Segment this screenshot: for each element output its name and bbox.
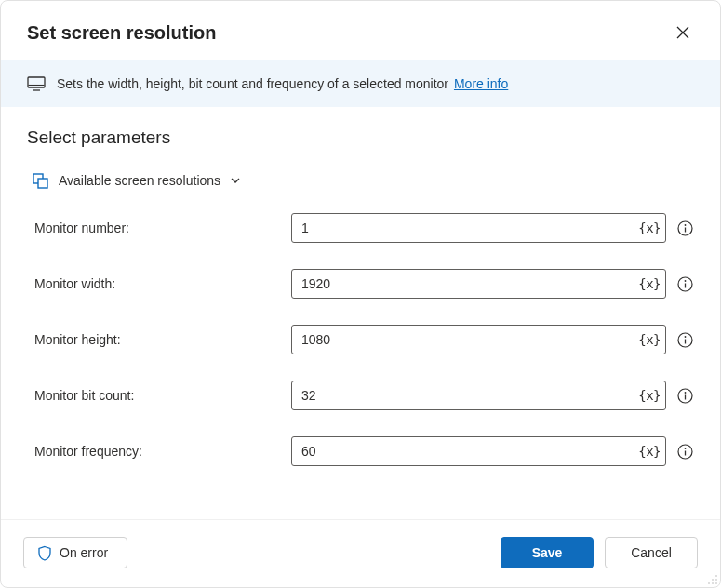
svg-point-21: [712, 579, 714, 581]
dialog-footer: On error Save Cancel: [1, 519, 720, 587]
param-label: Monitor number:: [34, 220, 282, 235]
fx-button[interactable]: {x}: [638, 444, 661, 459]
svg-point-9: [684, 280, 686, 282]
close-button[interactable]: [668, 18, 698, 47]
svg-point-18: [684, 448, 686, 449]
input-wrap: {x}: [291, 269, 666, 299]
svg-point-6: [684, 224, 686, 226]
available-resolutions-dropdown[interactable]: Available screen resolutions: [27, 168, 245, 200]
svg-point-24: [712, 582, 714, 584]
footer-actions: Save Cancel: [501, 537, 698, 568]
monitor-width-input[interactable]: [291, 269, 666, 299]
info-icon[interactable]: [675, 330, 694, 349]
fx-button[interactable]: {x}: [638, 220, 661, 235]
dialog-title: Set screen resolution: [27, 22, 216, 44]
input-wrap: {x}: [291, 381, 666, 410]
section-title: Select parameters: [27, 127, 694, 148]
fx-button[interactable]: {x}: [638, 332, 661, 347]
input-wrap: {x}: [291, 436, 666, 466]
info-icon[interactable]: [675, 386, 694, 405]
input-wrap: {x}: [291, 325, 666, 354]
chevron-down-icon: [230, 175, 241, 186]
on-error-button[interactable]: On error: [23, 537, 127, 568]
dialog-header: Set screen resolution: [1, 1, 720, 60]
svg-point-22: [715, 579, 717, 581]
svg-rect-4: [38, 179, 47, 188]
fx-button[interactable]: {x}: [638, 276, 661, 291]
save-button[interactable]: Save: [501, 537, 594, 568]
input-wrap: {x}: [291, 213, 666, 243]
dialog-content: Select parameters Available screen resol…: [1, 107, 720, 519]
monitor-number-input[interactable]: [291, 213, 666, 243]
svg-rect-0: [28, 77, 45, 87]
svg-point-12: [684, 336, 686, 338]
shield-icon: [37, 545, 52, 561]
param-row-monitor-height: Monitor height: {x}: [27, 312, 694, 368]
param-row-monitor-width: Monitor width: {x}: [27, 256, 694, 312]
monitor-settings-icon: [27, 75, 46, 92]
close-icon: [676, 26, 689, 39]
monitor-height-input[interactable]: [291, 325, 666, 354]
info-icon[interactable]: [675, 442, 694, 461]
info-icon[interactable]: [675, 219, 694, 237]
param-label: Monitor width:: [34, 276, 282, 291]
dropdown-label: Available screen resolutions: [59, 173, 220, 188]
param-row-monitor-frequency: Monitor frequency: {x}: [27, 423, 694, 479]
resize-grip-icon[interactable]: [705, 572, 718, 585]
svg-point-23: [708, 582, 710, 584]
param-row-monitor-number: Monitor number: {x}: [27, 200, 694, 256]
monitor-bit-count-input[interactable]: [291, 381, 666, 410]
info-banner: Sets the width, height, bit count and fr…: [1, 60, 720, 107]
fx-button[interactable]: {x}: [638, 388, 661, 403]
more-info-link[interactable]: More info: [454, 76, 508, 91]
variable-group-icon: [33, 172, 49, 189]
info-icon[interactable]: [675, 274, 694, 293]
svg-point-20: [715, 575, 717, 577]
svg-point-15: [684, 392, 686, 394]
param-label: Monitor height:: [34, 332, 282, 347]
info-banner-text: Sets the width, height, bit count and fr…: [57, 76, 508, 91]
cancel-button[interactable]: Cancel: [605, 537, 698, 568]
param-label: Monitor frequency:: [34, 444, 282, 459]
monitor-frequency-input[interactable]: [291, 436, 666, 466]
svg-point-25: [715, 582, 717, 584]
param-label: Monitor bit count:: [34, 388, 282, 403]
dialog: Set screen resolution Sets the width, he…: [0, 0, 721, 588]
param-row-monitor-bit-count: Monitor bit count: {x}: [27, 368, 694, 423]
